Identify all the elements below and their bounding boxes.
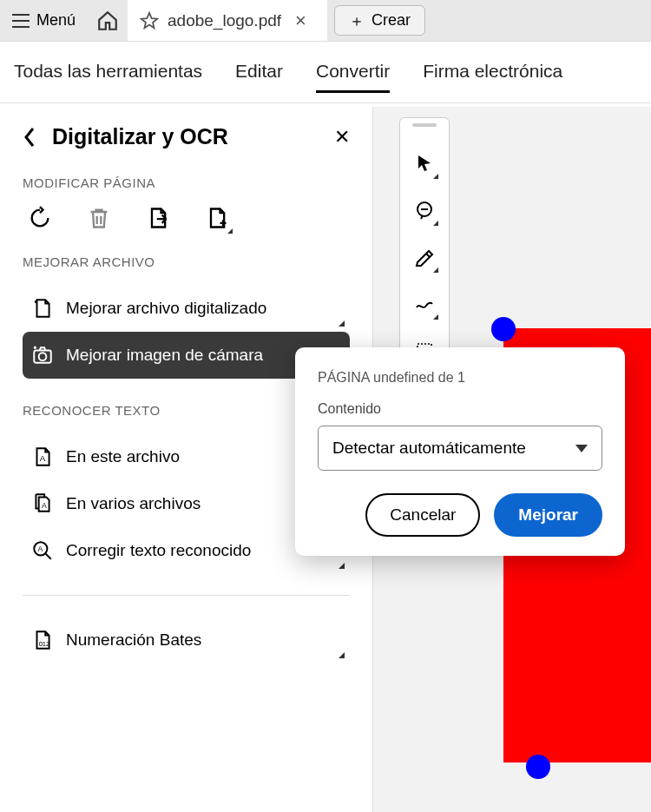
create-label: Crear xyxy=(372,11,411,30)
panel-close-icon[interactable]: ✕ xyxy=(334,126,350,149)
chevron-down-icon xyxy=(575,445,588,452)
plus-icon: ＋ xyxy=(349,13,365,29)
bates-label: Numeración Bates xyxy=(66,630,201,650)
expand-corner-icon xyxy=(339,563,345,569)
menu-label: Menú xyxy=(36,11,76,30)
file-a-icon: A xyxy=(31,446,54,468)
divider xyxy=(0,102,651,103)
star-icon[interactable] xyxy=(140,11,159,30)
dialog-page-label: PÁGINA undefined de 1 xyxy=(318,370,602,386)
highlight-tool[interactable] xyxy=(414,243,435,271)
svg-text:012: 012 xyxy=(39,640,50,648)
enhance-scanned-label: Mejorar archivo digitalizado xyxy=(66,299,266,318)
camera-sparkle-icon xyxy=(31,344,54,366)
enhance-camera-label: Mejorar imagen de cámara xyxy=(66,346,263,365)
recognize-this-file-label: En este archivo xyxy=(66,447,180,466)
back-arrow-icon[interactable] xyxy=(23,126,36,149)
content-select[interactable]: Detectar automáticamente xyxy=(318,426,602,471)
recognize-multiple-label: En varios archivos xyxy=(66,494,201,513)
enhance-scanned-item[interactable]: Mejorar archivo digitalizado xyxy=(23,285,350,332)
divider xyxy=(23,595,350,596)
create-button[interactable]: ＋ Crear xyxy=(334,5,425,36)
file-number-icon: 012 xyxy=(31,629,54,651)
svg-text:A: A xyxy=(40,453,46,463)
dialog-content-label: Contenido xyxy=(318,401,602,417)
svg-point-1 xyxy=(39,353,47,360)
tab-title: adobe_logo.pdf xyxy=(168,11,281,30)
enhance-dialog: PÁGINA undefined de 1 Contenido Detectar… xyxy=(295,347,625,556)
document-tab[interactable]: adobe_logo.pdf × xyxy=(128,0,327,41)
tab-edit[interactable]: Editar xyxy=(235,61,283,93)
drag-handle-icon[interactable] xyxy=(412,123,437,127)
rotate-icon[interactable] xyxy=(28,206,52,230)
tools-row: Todas las herramientas Editar Convertir … xyxy=(0,42,651,107)
insert-page-icon[interactable] xyxy=(205,206,229,230)
svg-text:A: A xyxy=(38,545,43,553)
magnify-a-icon: A xyxy=(31,539,54,562)
comment-tool[interactable] xyxy=(414,196,435,224)
home-icon[interactable] xyxy=(96,10,119,32)
menu-button[interactable]: Menú xyxy=(0,0,88,41)
svg-text:A: A xyxy=(42,501,47,510)
select-value: Detectar automáticamente xyxy=(332,439,526,458)
bates-numbering-item[interactable]: 012 Numeración Bates xyxy=(23,617,350,663)
cancel-button[interactable]: Cancelar xyxy=(365,493,480,537)
dialog-actions: Cancelar Mejorar xyxy=(318,493,602,537)
selection-handle-bottom[interactable] xyxy=(526,755,550,779)
tab-sign[interactable]: Firma electrónica xyxy=(423,61,562,93)
modify-icons xyxy=(23,206,350,230)
panel-header: Digitalizar y OCR ✕ xyxy=(23,124,350,149)
hamburger-icon xyxy=(12,14,30,28)
extract-page-icon[interactable] xyxy=(146,206,170,230)
section-enhance-file: MEJORAR ARCHIVO xyxy=(23,254,350,269)
tab-convert[interactable]: Convertir xyxy=(316,61,390,93)
improve-button[interactable]: Mejorar xyxy=(494,493,602,537)
expand-corner-icon xyxy=(339,320,345,327)
selection-handle-top[interactable] xyxy=(491,317,516,341)
pointer-tool[interactable] xyxy=(414,149,435,177)
files-a-icon: A xyxy=(31,492,54,515)
top-bar: Menú adobe_logo.pdf × ＋ Crear xyxy=(0,0,651,42)
section-modify-page: MODIFICAR PÁGINA xyxy=(23,175,350,190)
tab-all-tools[interactable]: Todas las herramientas xyxy=(14,61,202,93)
draw-tool[interactable] xyxy=(414,290,435,318)
delete-icon[interactable] xyxy=(87,206,111,230)
correct-text-label: Corregir texto reconocido xyxy=(66,541,251,560)
panel-title: Digitalizar y OCR xyxy=(52,124,319,149)
expand-corner-icon xyxy=(339,652,345,658)
document-sparkle-icon xyxy=(31,297,54,320)
tab-close-icon[interactable]: × xyxy=(290,10,312,32)
